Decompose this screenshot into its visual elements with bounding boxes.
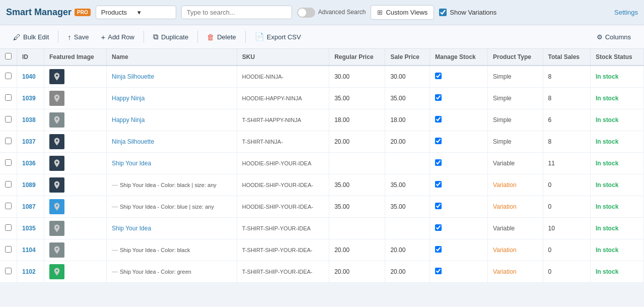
row-name[interactable]: —Ship Your Idea - Color: blue | size: an… (107, 196, 237, 218)
row-sale-price[interactable]: 20.00 (385, 261, 430, 283)
row-sale-price[interactable]: 18.00 (385, 109, 430, 131)
row-id: 1039 (17, 88, 44, 109)
row-name[interactable]: Ship Your Idea (107, 153, 237, 174)
select-all-checkbox[interactable] (5, 53, 12, 59)
row-sale-price[interactable]: 20.00 (385, 239, 430, 261)
row-manage-stock (430, 88, 488, 109)
manage-stock-checkbox[interactable] (435, 94, 442, 101)
columns-label: Columns (605, 33, 631, 41)
product-thumbnail (49, 242, 64, 258)
row-sale-price[interactable] (385, 218, 430, 239)
product-type-value: Variation (493, 203, 516, 210)
row-featured-image (44, 131, 106, 153)
product-name-label[interactable]: Ship Your Idea (112, 160, 151, 167)
row-regular-price[interactable] (329, 153, 385, 174)
settings-link[interactable]: Settings (614, 9, 638, 16)
row-regular-price[interactable]: 30.00 (329, 66, 385, 88)
manage-stock-checkbox[interactable] (435, 159, 442, 166)
product-name-label[interactable]: Ninja Silhouette (112, 138, 154, 145)
variation-name-label[interactable]: Ship Your Idea - Color: black (120, 247, 190, 253)
row-checkbox[interactable] (5, 73, 12, 79)
row-checkbox[interactable] (5, 138, 12, 144)
export-icon: 📄 (255, 32, 264, 41)
row-sale-price[interactable]: 30.00 (385, 66, 430, 88)
manage-stock-checkbox[interactable] (435, 203, 442, 209)
variation-name-label[interactable]: Ship Your Idea - Color: blue | size: any (120, 204, 214, 210)
row-checkbox[interactable] (5, 203, 12, 209)
row-name[interactable]: —Ship Your Idea - Color: green (107, 261, 237, 283)
row-checkbox[interactable] (5, 116, 12, 122)
product-type-value: Variation (493, 181, 516, 189)
product-name-label[interactable]: Ninja Silhouette (112, 73, 154, 80)
row-checkbox[interactable] (5, 224, 12, 231)
manage-stock-checkbox[interactable] (435, 138, 442, 144)
row-regular-price[interactable]: 20.00 (329, 239, 385, 261)
row-checkbox[interactable] (5, 94, 12, 101)
row-checkbox[interactable] (5, 268, 12, 274)
row-checkbox[interactable] (5, 246, 12, 253)
variation-name-label[interactable]: Ship Your Idea - Color: green (120, 269, 191, 275)
product-select[interactable]: Products ▾ (96, 6, 176, 19)
row-manage-stock (430, 196, 488, 218)
row-regular-price[interactable]: 20.00 (329, 261, 385, 283)
manage-stock-checkbox[interactable] (435, 268, 442, 274)
manage-stock-checkbox[interactable] (435, 116, 442, 122)
variation-name-label[interactable]: Ship Your Idea - Color: black | size: an… (120, 182, 217, 188)
row-checkbox[interactable] (5, 159, 12, 166)
row-name[interactable]: Ninja Silhouette (107, 66, 237, 88)
custom-views-button[interactable]: ⊞ Custom Views (371, 5, 434, 20)
table-row: 1039Happy NinjaHOODIE-HAPPY-NINJA35.0035… (0, 88, 644, 109)
save-button[interactable]: ↑ Save (62, 30, 94, 44)
row-stock-status: In stock (590, 261, 643, 283)
manage-stock-checkbox[interactable] (435, 224, 442, 231)
row-product-type: Simple (488, 66, 543, 88)
manage-stock-checkbox[interactable] (435, 181, 442, 188)
duplicate-button[interactable]: ⧉ Duplicate (148, 29, 193, 44)
show-variations-checkbox[interactable] (439, 9, 447, 16)
row-regular-price[interactable]: 35.00 (329, 196, 385, 218)
row-sale-price[interactable]: 35.00 (385, 88, 430, 109)
row-stock-status: In stock (590, 174, 643, 196)
row-sale-price[interactable]: 20.00 (385, 131, 430, 153)
row-stock-status: In stock (590, 153, 643, 174)
row-checkbox[interactable] (5, 181, 12, 188)
row-name[interactable]: —Ship Your Idea - Color: black (107, 239, 237, 261)
row-manage-stock (430, 66, 488, 88)
delete-button[interactable]: 🗑 Delete (202, 30, 241, 44)
row-name[interactable]: Ship Your Idea (107, 218, 237, 239)
product-name-label[interactable]: Ship Your Idea (112, 225, 151, 232)
row-regular-price[interactable]: 35.00 (329, 174, 385, 196)
manage-stock-checkbox[interactable] (435, 246, 442, 253)
header-total-sales: Total Sales (543, 49, 590, 66)
product-name-label[interactable]: Happy Ninja (112, 95, 145, 102)
manage-stock-checkbox[interactable] (435, 73, 442, 79)
stock-status-value: In stock (596, 138, 618, 145)
columns-button[interactable]: ⚙ Columns (592, 30, 636, 44)
advanced-search-toggle[interactable] (297, 8, 315, 18)
row-sale-price[interactable]: 35.00 (385, 174, 430, 196)
row-sale-price[interactable] (385, 153, 430, 174)
row-regular-price[interactable] (329, 218, 385, 239)
save-label: Save (74, 33, 89, 41)
bulk-edit-button[interactable]: 🖊 Bulk Edit (8, 30, 54, 44)
product-type-value: Variable (493, 160, 515, 167)
row-regular-price[interactable]: 20.00 (329, 131, 385, 153)
row-checkbox-cell (0, 196, 17, 218)
row-sku: HOODIE-SHIP-YOUR-IDEA (237, 153, 329, 174)
header-manage-stock: Manage Stock (430, 49, 488, 66)
row-regular-price[interactable]: 35.00 (329, 88, 385, 109)
stock-status-value: In stock (596, 95, 618, 102)
product-name-label[interactable]: Happy Ninja (112, 116, 145, 124)
row-name[interactable]: —Ship Your Idea - Color: black | size: a… (107, 174, 237, 196)
row-name[interactable]: Ninja Silhouette (107, 131, 237, 153)
row-name[interactable]: Happy Ninja (107, 88, 237, 109)
export-csv-button[interactable]: 📄 Export CSV (250, 29, 306, 44)
search-input[interactable] (187, 9, 287, 16)
product-thumbnail (49, 199, 64, 214)
row-total-sales: 11 (543, 153, 590, 174)
row-sale-price[interactable]: 35.00 (385, 196, 430, 218)
add-row-button[interactable]: + Add Row (96, 30, 139, 44)
row-sku: T-SHIRT-SHIP-YOUR-IDEA- (237, 261, 329, 283)
row-regular-price[interactable]: 18.00 (329, 109, 385, 131)
row-name[interactable]: Happy Ninja (107, 109, 237, 131)
